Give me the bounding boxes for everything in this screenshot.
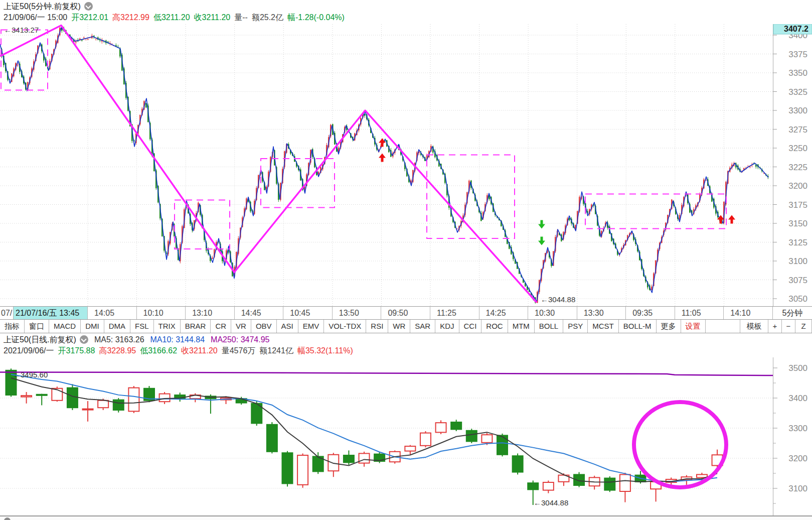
template-button[interactable]: 模板 — [740, 320, 768, 333]
five-minute-candlestick-chart[interactable]: 3400337533503325330032753250322532003175… — [0, 24, 812, 306]
indicator-button-MCST[interactable]: MCST — [588, 320, 619, 333]
down-arrow-icon — [538, 220, 545, 229]
indicator-button-设置[interactable]: 设置 — [681, 320, 706, 333]
info-segment: 量-- — [234, 13, 248, 22]
info-segment: 2021/09/06/一 — [4, 346, 54, 355]
time-tick-label: 14:05 — [88, 307, 137, 319]
indicator-button-BOLL[interactable]: BOLL — [535, 320, 563, 333]
candle-body — [67, 388, 78, 408]
period-label[interactable]: 5分钟 — [773, 307, 812, 319]
indicator-button-ROC[interactable]: ROC — [481, 320, 508, 333]
info-segment: 开3175.88 — [58, 346, 95, 355]
candle-body — [344, 455, 354, 462]
info-segment: 高3212.99 — [112, 13, 149, 22]
indicator-button-指标[interactable]: 指标 — [0, 320, 25, 333]
candle-body — [405, 446, 415, 451]
candle-body — [620, 474, 630, 491]
indicator-button-DMA[interactable]: DMA — [104, 320, 130, 333]
daily-panel-header: 上证50(日线.前复权)MA5: 3163.26MA10: 3144.84MA2… — [4, 334, 357, 356]
candle-body — [466, 431, 477, 442]
indicator-button-PSY[interactable]: PSY — [563, 320, 588, 333]
y-axis-label: 3100 — [788, 484, 807, 493]
y-axis-label: 3375 — [788, 50, 807, 59]
y-axis-label: 3275 — [788, 125, 807, 135]
candle-body — [17, 65, 19, 65]
indicator-button-CCI[interactable]: CCI — [459, 320, 482, 333]
indicator-button-KDJ[interactable]: KDJ — [435, 320, 459, 333]
price-annotation: ←3044.88 — [541, 295, 575, 304]
y-axis-label: 3150 — [788, 219, 807, 228]
info-segment: 量4576万 — [222, 346, 256, 355]
collapse-chevron-icon[interactable] — [80, 335, 88, 344]
daily-candlestick-chart[interactable]: 35003400330032003100←3495.60←3044.88 — [0, 357, 812, 516]
indicator-button-WR[interactable]: WR — [388, 320, 410, 333]
indicator-button-VR[interactable]: VR — [231, 320, 251, 333]
indicator-button-VOL-TDX[interactable]: VOL-TDX — [324, 320, 366, 333]
time-tick-label: 07/ — [0, 307, 14, 319]
up-arrow-icon — [728, 215, 735, 224]
z-tool-button[interactable]: Z — [795, 320, 812, 333]
candle-body — [83, 38, 85, 38]
info-segment: MA5: 3163.26 — [94, 335, 144, 344]
time-tick-label: 10:45 — [283, 307, 333, 319]
info-segment: MA250: 3474.95 — [211, 335, 269, 344]
chart-title-5min: 上证50(5分钟.前复权) — [4, 2, 81, 11]
clipped-chevron-icon — [4, 517, 11, 520]
y-axis-label: 3175 — [788, 200, 807, 210]
candle-body — [528, 483, 538, 489]
candle-body — [95, 39, 97, 39]
candle-body — [282, 453, 292, 483]
info-segment: 幅-1.28(-0.04%) — [287, 13, 345, 22]
candle-body — [359, 453, 370, 463]
y-axis-label: 3075 — [788, 276, 807, 285]
candle-body — [297, 455, 308, 485]
ma-values: MA5: 3163.26MA10: 3144.84MA250: 3474.95 — [88, 335, 270, 344]
indicator-button-OBV[interactable]: OBV — [251, 320, 277, 333]
info-segment: 低3211.20 — [153, 13, 190, 22]
indicator-button-TRIX[interactable]: TRIX — [154, 320, 181, 333]
candle-body — [328, 455, 339, 471]
crosshair-price-text: 3407.2 — [784, 25, 808, 33]
y-axis-label: 3100 — [788, 256, 807, 266]
indicator-button-ASI[interactable]: ASI — [277, 320, 298, 333]
zoom-out-button[interactable]: − — [782, 320, 795, 333]
y-axis-label: 3050 — [788, 294, 807, 304]
indicator-button-SAR[interactable]: SAR — [410, 320, 435, 333]
zoom-in-button[interactable]: + — [768, 320, 782, 333]
swing-zigzag-line — [0, 28, 768, 302]
indicator-button-窗口[interactable]: 窗口 — [25, 320, 49, 333]
indicator-button-EMV[interactable]: EMV — [298, 320, 324, 333]
price-annotation: ←3044.88 — [534, 498, 568, 507]
price-annotation: ←3495.60 — [13, 370, 48, 379]
time-tick-label: 10:10 — [137, 307, 186, 319]
indicator-button-DMI[interactable]: DMI — [81, 320, 104, 333]
indicator-button-MTM[interactable]: MTM — [508, 320, 535, 333]
candle-body — [21, 396, 32, 397]
info-segment: 21/09/06/一 15:00 — [4, 13, 67, 22]
ma250-line — [0, 372, 773, 375]
y-axis-label: 3225 — [788, 163, 807, 172]
indicator-button-FSL[interactable]: FSL — [130, 320, 154, 333]
indicator-button-MACD[interactable]: MACD — [49, 320, 81, 333]
info-segment: 额1241亿 — [259, 346, 293, 355]
collapse-chevron-icon[interactable] — [84, 2, 93, 11]
candle-body — [87, 39, 89, 40]
time-tick-label: 13:10 — [186, 307, 235, 319]
toolbar-spacer — [706, 320, 740, 333]
candle-body — [128, 388, 139, 412]
indicator-button-RSI[interactable]: RSI — [366, 320, 388, 333]
price-annotation: ←3413.27 — [4, 26, 39, 34]
indicator-toolbar: 指标窗口MACDDMIDMAFSLTRIXBRARCRVROBVASIEMVVO… — [0, 320, 812, 333]
time-axis: 07/21/07/16/五 13:4514:0510:1013:1014:451… — [0, 306, 812, 320]
indicator-button-更多[interactable]: 更多 — [657, 320, 681, 333]
y-axis-label: 3125 — [788, 238, 807, 247]
candle-body — [113, 400, 124, 410]
time-tick-label: 10:30 — [528, 307, 577, 319]
candle-body — [212, 257, 213, 258]
indicator-button-BOLL-M[interactable]: BOLL-M — [619, 320, 657, 333]
info-segment: 收3211.20 — [194, 13, 231, 22]
y-axis-label: 3300 — [788, 424, 807, 433]
indicator-button-BRAR[interactable]: BRAR — [181, 320, 211, 333]
indicator-button-CR[interactable]: CR — [211, 320, 231, 333]
time-tick-label: 14:25 — [479, 307, 529, 319]
